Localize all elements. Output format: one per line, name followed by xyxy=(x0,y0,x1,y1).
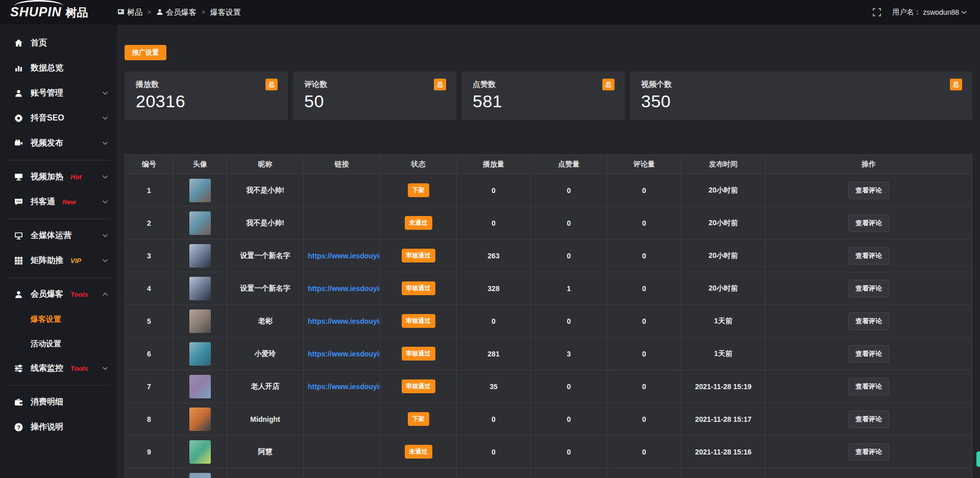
chevron-down-icon xyxy=(102,141,108,146)
view-comments-button[interactable]: 查看评论 xyxy=(848,182,889,199)
stat-label: 播放数 xyxy=(136,80,277,89)
cell-time: 20小时前 xyxy=(681,272,766,305)
cell-status: 未通过 xyxy=(380,436,457,468)
cell-id: 8 xyxy=(125,403,174,436)
sidebar-item-matrix-boost[interactable]: 矩阵助推VIP xyxy=(0,248,117,273)
sidebar-item-clue-monitor[interactable]: 线索监控Tools xyxy=(0,356,117,381)
cell-avatar xyxy=(174,436,227,468)
cell-nickname: 老人开店 xyxy=(227,370,304,403)
total-badge: 总 xyxy=(950,79,962,90)
cell-likes: 0 xyxy=(531,403,607,436)
total-badge: 总 xyxy=(434,79,446,90)
cell-time: 1天前 xyxy=(681,338,766,370)
grid-icon xyxy=(13,256,23,265)
sidebar-item-member-baoke[interactable]: 会员爆客Tools xyxy=(0,282,117,307)
video-table-wrap: 编号头像昵称链接状态播放量点赞量评论量发布时间操作 1我不是小帅!下架00020… xyxy=(125,154,972,478)
breadcrumb-item-member[interactable]: 会员爆客 xyxy=(156,8,197,17)
cell-link: https://www.iesdouyin.c xyxy=(304,338,380,370)
cell-avatar xyxy=(174,272,227,305)
logo-text-cn: 树品 xyxy=(65,5,88,20)
sidebar-divider xyxy=(7,385,110,386)
video-link[interactable]: https://www.iesdouyin.c xyxy=(308,317,380,325)
table-header-cell: 状态 xyxy=(380,155,457,174)
chevron-down-icon xyxy=(102,175,108,179)
video-link[interactable]: https://www.iesdouyin.c xyxy=(308,284,380,293)
main-content: 推广设置 播放数20316总评论数50总点赞数581总视频个数350总 编号头像… xyxy=(117,25,980,478)
view-comments-button[interactable]: 查看评论 xyxy=(848,378,889,395)
sidebar-item-consume-detail[interactable]: 消费明细 xyxy=(0,390,117,415)
cell-plays: 263 xyxy=(457,240,531,272)
wallet-icon xyxy=(13,398,23,407)
total-badge: 总 xyxy=(602,79,615,90)
sidebar-item-label: 会员爆客 xyxy=(31,289,63,300)
breadcrumb-item-current: 爆客设置 xyxy=(210,8,241,17)
video-link[interactable]: https://www.iesdouyin.c xyxy=(308,252,380,260)
view-comments-button[interactable]: 查看评论 xyxy=(848,214,889,232)
sidebar-item-home[interactable]: 首页 xyxy=(0,31,117,56)
view-comments-button[interactable]: 查看评论 xyxy=(848,313,889,330)
avatar xyxy=(189,408,211,431)
sidebar-subitem-baoke-settings[interactable]: 爆客设置 xyxy=(0,307,117,331)
sidebar: 首页数据总览账号管理抖音SEO视频发布视频加热Hot抖客通New全媒体运营矩阵助… xyxy=(0,25,117,478)
avatar xyxy=(189,440,211,464)
username-value: zswodun88 xyxy=(923,8,959,16)
view-comments-button[interactable]: 查看评论 xyxy=(848,411,889,428)
sidebar-item-data-overview[interactable]: 数据总览 xyxy=(0,56,117,81)
sidebar-divider xyxy=(7,277,110,278)
chevron-down-icon xyxy=(102,91,108,95)
sidebar-badge: Tools xyxy=(70,291,88,298)
table-row xyxy=(125,468,972,478)
sidebar-item-label: 账号管理 xyxy=(31,88,63,99)
cell-avatar xyxy=(174,240,227,272)
table-row: 8Midnight下架0002021-11-28 15:17查看评论 xyxy=(125,403,972,436)
cell-comments: 0 xyxy=(607,403,681,436)
cell-time: 1天前 xyxy=(681,305,766,338)
sidebar-item-douketong[interactable]: 抖客通New xyxy=(0,189,117,214)
sidebar-subitem-activity-settings[interactable]: 活动设置 xyxy=(0,331,117,356)
cell-link: https://www.iesdouyin.c xyxy=(304,305,380,338)
cell-id xyxy=(125,468,174,478)
view-comments-button[interactable]: 查看评论 xyxy=(848,345,889,363)
cell-likes: 0 xyxy=(531,305,607,338)
breadcrumb-separator: > xyxy=(148,9,151,16)
cell-plays: 0 xyxy=(457,403,531,436)
avatar xyxy=(189,309,211,333)
status-badge: 审核通过 xyxy=(402,347,435,361)
sidebar-item-operation-guide[interactable]: ?操作说明 xyxy=(0,415,117,440)
video-link[interactable]: https://www.iesdouyin.c xyxy=(308,350,380,358)
cell-nickname: 我不是小帅! xyxy=(227,207,304,240)
cell-comments: 0 xyxy=(607,240,681,272)
user-menu[interactable]: 用户名： zswodun88 xyxy=(892,8,967,17)
display-icon xyxy=(13,173,23,181)
gear-icon xyxy=(13,114,23,123)
stat-card: 播放数20316总 xyxy=(125,71,288,120)
fullscreen-icon[interactable] xyxy=(873,8,881,16)
user-icon xyxy=(13,89,23,98)
user-icon xyxy=(13,290,23,299)
sidebar-item-video-publish[interactable]: 视频发布 xyxy=(0,131,117,156)
view-comments-button[interactable]: 查看评论 xyxy=(848,280,889,297)
sidebar-item-account-management[interactable]: 账号管理 xyxy=(0,81,117,106)
chevron-down-icon xyxy=(102,200,108,204)
view-comments-button[interactable]: 查看评论 xyxy=(848,247,889,265)
sidebar-item-all-media-operation[interactable]: 全媒体运营 xyxy=(0,223,117,248)
table-row: 1我不是小帅!下架00020小时前查看评论 xyxy=(125,174,972,207)
sidebar-item-video-heating[interactable]: 视频加热Hot xyxy=(0,164,117,189)
status-badge: 审核通过 xyxy=(402,281,435,295)
promotion-settings-button[interactable]: 推广设置 xyxy=(125,45,166,60)
sidebar-item-label: 视频发布 xyxy=(31,138,63,149)
sidebar-item-label: 矩阵助推 xyxy=(31,255,63,266)
cell-link: https://www.iesdouyin.c xyxy=(304,370,380,403)
video-link[interactable]: https://www.iesdouyin.c xyxy=(308,383,380,391)
breadcrumb-item-home[interactable]: 树品 xyxy=(117,8,142,17)
chevron-down-icon xyxy=(102,233,108,238)
sidebar-badge: VIP xyxy=(70,257,81,265)
cell-likes: 0 xyxy=(531,240,607,272)
view-comments-button[interactable]: 查看评论 xyxy=(848,443,889,461)
sliders-icon xyxy=(13,364,23,373)
sidebar-item-douyin-seo[interactable]: 抖音SEO xyxy=(0,106,117,131)
cell-status: 审核通过 xyxy=(380,370,457,403)
cell-action: 查看评论 xyxy=(766,305,972,338)
cell-comments: 0 xyxy=(607,305,681,338)
side-widget-handle[interactable] xyxy=(976,451,980,467)
